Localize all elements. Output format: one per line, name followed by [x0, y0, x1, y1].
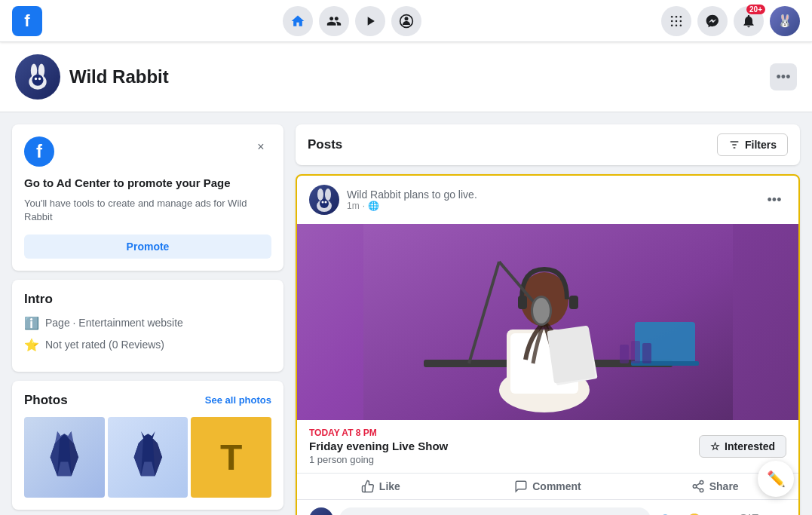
emoji-sticker-button[interactable]: 🎭 — [657, 509, 678, 515]
share-label: Share — [709, 480, 739, 492]
comment-input[interactable] — [339, 507, 651, 515]
watch-nav-button[interactable] — [355, 6, 385, 36]
filters-label: Filters — [745, 139, 777, 151]
messenger-button[interactable] — [697, 6, 728, 36]
interested-label: Interested — [725, 440, 775, 452]
left-sidebar: f × Go to Ad Center to promote your Page… — [12, 124, 283, 515]
svg-line-58 — [696, 487, 700, 489]
comment-icons: 🎭 😊 📷 GIF ☺ — [657, 509, 786, 515]
right-feed: Posts Filters — [296, 124, 800, 515]
user-avatar[interactable]: 🐰 — [770, 6, 800, 36]
like-button[interactable]: Like — [297, 474, 464, 499]
event-date: TODAY AT 8 PM — [309, 428, 448, 438]
post-card: Wild Rabbit plans to go live. 1m · 🌐 ••• — [296, 174, 800, 515]
rabbit-photo-2 — [108, 417, 188, 498]
dot-separator: · — [363, 201, 365, 211]
ad-close-button[interactable]: × — [250, 136, 271, 158]
comment-button[interactable]: Comment — [464, 474, 632, 499]
page-more-button[interactable]: ••• — [770, 63, 797, 90]
svg-point-49 — [533, 298, 550, 323]
svg-point-1 — [404, 17, 408, 20]
home-nav-button[interactable] — [283, 6, 313, 36]
svg-point-3 — [676, 15, 678, 17]
svg-rect-54 — [642, 343, 651, 363]
svg-rect-51 — [547, 326, 595, 384]
page-logo — [15, 54, 60, 100]
ad-card: f × Go to Ad Center to promote your Page… — [12, 124, 283, 271]
photos-title: Photos — [24, 393, 68, 408]
photo-thumb-3[interactable]: T — [191, 417, 271, 498]
camera-button[interactable]: 📷 — [711, 509, 732, 515]
fb-logo: f — [12, 6, 42, 36]
grid-menu-button[interactable] — [661, 6, 691, 36]
filters-button[interactable]: Filters — [717, 133, 788, 156]
privacy-icon: 🌐 — [368, 201, 379, 211]
post-actions: Like Comment Share — [297, 473, 798, 500]
post-action-text: plans to go live. — [401, 189, 477, 201]
groups-nav-button[interactable] — [391, 6, 421, 36]
comment-label: Comment — [532, 480, 581, 492]
ad-card-header: f × — [24, 136, 271, 167]
intro-rating-row: ⭐ Not yet rated (0 Reviews) — [24, 338, 271, 352]
svg-point-33 — [320, 199, 329, 208]
post-header: Wild Rabbit plans to go live. 1m · 🌐 ••• — [297, 176, 798, 224]
photo-thumb-2[interactable] — [108, 417, 188, 498]
intro-card: Intro ℹ️ Page · Entertainment website ⭐ … — [12, 280, 283, 372]
compose-fab-button[interactable]: ✏️ — [758, 461, 794, 497]
notification-badge: 20+ — [746, 5, 765, 14]
event-info-bar: TODAY AT 8 PM Friday evening Live Show 1… — [297, 420, 798, 473]
post-info: Wild Rabbit plans to go live. 1m · 🌐 — [347, 189, 762, 211]
share-icon — [691, 480, 705, 493]
svg-rect-44 — [518, 296, 527, 309]
svg-point-57 — [700, 489, 703, 492]
like-icon — [361, 480, 375, 493]
post-more-button[interactable]: ••• — [762, 188, 786, 212]
svg-point-15 — [35, 78, 37, 80]
svg-point-34 — [322, 201, 324, 204]
event-title: Friday evening Live Show — [309, 440, 448, 452]
post-image — [297, 224, 798, 420]
gif-button[interactable]: GIF — [738, 509, 759, 515]
top-navigation: f 20+ 🐰 — [0, 0, 812, 42]
nav-center — [283, 6, 421, 36]
see-all-photos-link[interactable]: See all photos — [205, 394, 271, 406]
photos-card: Photos See all photos — [12, 381, 283, 510]
interested-button[interactable]: ☆ Interested — [699, 435, 786, 458]
promote-button[interactable]: Promote — [24, 235, 271, 259]
ad-title: Go to Ad Center to promote your Page — [24, 176, 271, 191]
star-icon: ☆ — [710, 440, 720, 452]
post-meta: 1m · 🌐 — [347, 201, 762, 211]
more-reactions-button[interactable]: ☺ — [765, 509, 786, 515]
filters-icon — [728, 139, 740, 151]
notification-button-container: 20+ — [734, 6, 764, 36]
svg-rect-52 — [620, 345, 629, 363]
svg-point-8 — [671, 24, 673, 26]
comment-user-avatar — [309, 507, 333, 515]
friends-nav-button[interactable] — [319, 6, 349, 36]
main-content: f × Go to Ad Center to promote your Page… — [0, 112, 812, 515]
svg-point-55 — [700, 481, 703, 485]
info-icon: ℹ️ — [24, 316, 39, 330]
svg-rect-39 — [631, 361, 699, 366]
svg-point-35 — [325, 201, 327, 204]
svg-point-56 — [693, 485, 697, 489]
svg-point-14 — [32, 75, 44, 86]
svg-point-31 — [317, 189, 323, 201]
svg-point-7 — [680, 20, 682, 22]
svg-rect-45 — [569, 296, 578, 309]
intro-type-row: ℹ️ Page · Entertainment website — [24, 316, 271, 330]
compose-icon: ✏️ — [767, 470, 786, 488]
photo-thumb-1[interactable] — [24, 417, 105, 498]
star-icon: ⭐ — [24, 338, 39, 352]
posts-header: Posts Filters — [296, 124, 800, 165]
svg-point-16 — [38, 78, 41, 80]
nav-left: f — [12, 6, 42, 36]
ad-description: You'll have tools to create and manage a… — [24, 197, 271, 224]
page-header-left: Wild Rabbit — [15, 54, 169, 100]
svg-point-6 — [676, 20, 678, 22]
emoji-button[interactable]: 😊 — [684, 509, 705, 515]
t-photo: T — [191, 417, 271, 498]
page-header: Wild Rabbit ••• — [0, 42, 812, 112]
event-image-background — [297, 224, 798, 420]
post-author: Wild Rabbit plans to go live. — [347, 189, 762, 201]
